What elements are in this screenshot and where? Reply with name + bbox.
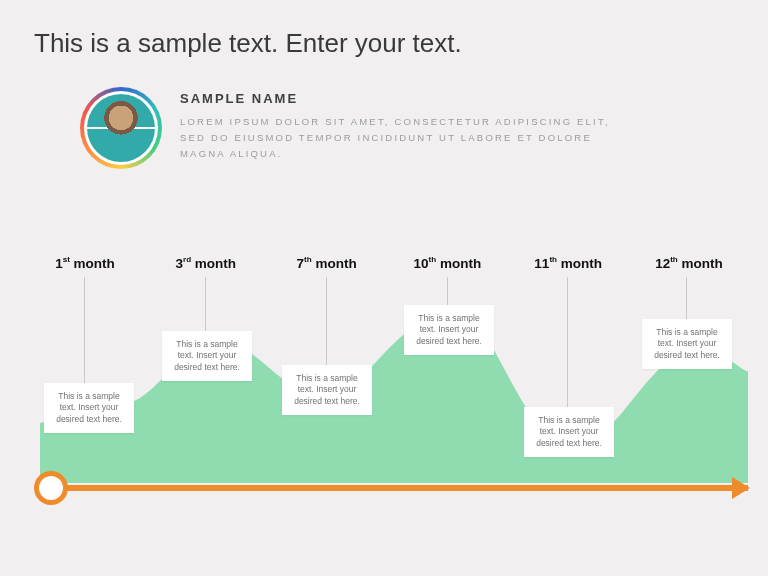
month-word: month [440, 256, 481, 271]
profile-description: LOREM IPSUM DOLOR SIT AMET, CONSECTETUR … [180, 114, 620, 162]
avatar-inner [84, 91, 158, 165]
timeline-start-circle-icon [34, 471, 68, 505]
profile-name: SAMPLE NAME [180, 91, 620, 106]
avatar-ring [80, 87, 162, 169]
profile-text: SAMPLE NAME LOREM IPSUM DOLOR SIT AMET, … [180, 87, 620, 162]
timeline-box-1: This is a sample text. Insert your desir… [44, 383, 134, 433]
month-suf: st [63, 255, 70, 264]
wave-svg [40, 283, 748, 483]
timeline-box-12: This is a sample text. Insert your desir… [642, 319, 732, 369]
month-word: month [74, 256, 115, 271]
avatar-photo [87, 94, 155, 162]
timeline-box-3: This is a sample text. Insert your desir… [162, 331, 252, 381]
slide: This is a sample text. Enter your text. … [0, 0, 768, 576]
month-ord: 10 [414, 256, 429, 271]
timeline-box-10: This is a sample text. Insert your desir… [404, 305, 494, 355]
timeline-arrow-head-icon [732, 477, 750, 499]
month-label-10: 10th month [402, 255, 492, 271]
month-word: month [195, 256, 236, 271]
month-label-11: 11th month [523, 255, 613, 271]
month-suf: rd [183, 255, 191, 264]
month-ord: 3 [175, 256, 183, 271]
month-word: month [315, 256, 356, 271]
month-label-3: 3rd month [161, 255, 251, 271]
month-ord: 1 [55, 256, 63, 271]
month-ord: 12 [655, 256, 670, 271]
wave-area-chart [40, 283, 748, 483]
month-word: month [682, 256, 723, 271]
page-title: This is a sample text. Enter your text. [34, 28, 734, 59]
timeline-box-11: This is a sample text. Insert your desir… [524, 407, 614, 457]
month-suf: th [304, 255, 312, 264]
month-ord: 11 [534, 256, 549, 271]
month-label-12: 12th month [644, 255, 734, 271]
month-label-1: 1st month [40, 255, 130, 271]
month-word: month [561, 256, 602, 271]
month-suf: th [670, 255, 678, 264]
month-labels-row: 1st month 3rd month 7th month 10th month… [40, 255, 734, 271]
month-suf: th [549, 255, 557, 264]
timeline-arrow-line [40, 485, 748, 491]
month-ord: 7 [297, 256, 305, 271]
timeline-box-7: This is a sample text. Insert your desir… [282, 365, 372, 415]
month-suf: th [429, 255, 437, 264]
profile-block: SAMPLE NAME LOREM IPSUM DOLOR SIT AMET, … [80, 87, 734, 169]
timeline-area: 1st month 3rd month 7th month 10th month… [40, 255, 748, 515]
month-label-7: 7th month [282, 255, 372, 271]
